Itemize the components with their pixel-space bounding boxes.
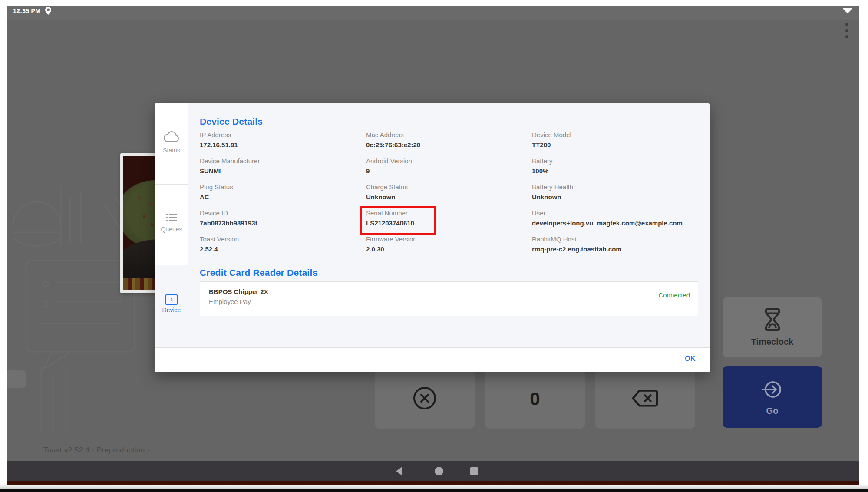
device-details-title: Device Details — [200, 116, 263, 127]
field-serial-number: Serial NumberLS21203740610 — [366, 209, 532, 235]
sidebar-device-label: Device — [155, 307, 188, 314]
keypad-backspace-button[interactable] — [595, 369, 695, 429]
tablet-bezel — [0, 485, 868, 489]
field-charge-status: Charge StatusUnknown — [366, 183, 532, 209]
keypad-zero-button[interactable]: 0 — [485, 369, 585, 429]
field-user: Userdevelopers+long.vu_magtek.com@exampl… — [532, 209, 696, 235]
sidebar-status-label: Status — [155, 147, 188, 154]
screen-bottom-glow — [7, 481, 859, 485]
android-status-bar — [7, 6, 859, 20]
device-fields-grid: IP Address172.16.51.91Mac Address0c:25:7… — [200, 131, 696, 261]
dropdown-caret-icon[interactable] — [843, 7, 852, 15]
keypad-zero-label: 0 — [530, 389, 540, 409]
sidebar-item-status[interactable]: Status — [155, 131, 188, 154]
go-button[interactable]: Go — [723, 366, 822, 428]
field-device-model: Device ModelTT200 — [532, 131, 696, 157]
timeclock-button[interactable]: Timeclock — [723, 297, 822, 357]
field-ip-address: IP Address172.16.51.91 — [200, 131, 366, 157]
nav-home-icon[interactable] — [434, 466, 444, 478]
keypad-clear-button[interactable] — [375, 369, 475, 429]
device-details-dialog: Status Queues 1 Device Device Details IP… — [155, 103, 710, 372]
reader-mode: Employee Pay — [209, 298, 689, 305]
card-reader-section-title: Credit Card Reader Details — [200, 267, 317, 278]
background-edge-tab — [7, 370, 26, 388]
cloud-icon — [163, 137, 180, 145]
field-device-id: Device ID7ab0873bb989193f — [200, 209, 366, 235]
dialog-footer: OK — [155, 347, 710, 372]
queue-list-icon — [165, 216, 178, 224]
field-android-version: Android Version9 — [366, 157, 532, 183]
circle-x-icon — [413, 386, 437, 412]
field-device-manufacturer: Device ManufacturerSUNMI — [200, 157, 366, 183]
sidebar-item-device[interactable]: 1 Device — [155, 294, 188, 314]
android-nav-bar — [7, 461, 859, 481]
field-mac-address: Mac Address0c:25:76:63:e2:20 — [366, 131, 532, 157]
go-label: Go — [766, 406, 779, 416]
login-arrow-icon — [761, 378, 784, 403]
sidebar-divider — [155, 184, 188, 185]
sidebar-item-queues[interactable]: Queues — [155, 213, 188, 233]
field-battery: Battery100% — [532, 157, 696, 183]
field-toast-version: Toast Version2.52.4 — [200, 235, 366, 261]
backspace-icon — [632, 389, 659, 409]
status-bar-clock: 12:35 PM — [13, 7, 40, 14]
sidebar-queues-label: Queues — [155, 226, 188, 233]
field-rabbitmq-host: RabbitMQ Hostrmq-pre-c2.eng.toasttab.com — [532, 235, 696, 261]
field-battery-health: Battery HealthUnknown — [532, 183, 696, 209]
tablet-bezel-edge — [0, 489, 868, 492]
nav-recents-icon[interactable] — [470, 466, 479, 478]
reader-status-badge: Connected — [658, 291, 690, 299]
reader-name: BBPOS Chipper 2X — [209, 288, 689, 295]
device-tablet-icon: 1 — [165, 294, 178, 305]
hourglass-icon — [763, 307, 782, 334]
tablet-frame: 12:35 PM 0 — [0, 0, 868, 492]
card-reader-row: BBPOS Chipper 2X Employee Pay Connected — [200, 281, 698, 316]
nav-back-icon[interactable] — [395, 466, 403, 478]
field-firmware-version: Firmware Version2.0.30 — [366, 235, 532, 261]
toast-pin-icon — [45, 7, 51, 17]
timeclock-label: Timeclock — [751, 337, 793, 347]
vertical-dots-menu-icon[interactable] — [845, 23, 849, 41]
app-version-footer: Toast v2.52.4 · Preproduction · — [43, 446, 150, 455]
ok-button[interactable]: OK — [685, 355, 696, 363]
field-plug-status: Plug StatusAC — [200, 183, 366, 209]
